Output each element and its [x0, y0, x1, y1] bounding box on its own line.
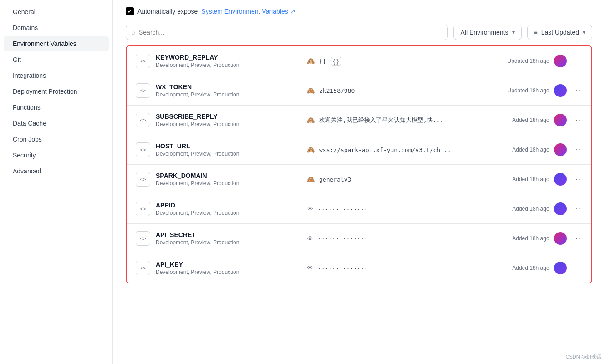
environment-dropdown[interactable]: All Environments ▾ — [453, 25, 521, 40]
env-info: HOST_URL Development, Preview, Productio… — [156, 142, 301, 157]
search-icon: ⌕ — [132, 29, 135, 36]
env-environments: Development, Preview, Production — [156, 239, 301, 246]
code-icon: <> — [136, 142, 150, 157]
env-value-area: 👁·············· — [307, 264, 507, 272]
sidebar-item-domains[interactable]: Domains — [4, 20, 109, 35]
env-info: WX_TOKEN Development, Preview, Productio… — [156, 83, 301, 98]
env-info: API_SECRET Development, Preview, Product… — [156, 231, 301, 246]
main-content: Automatically expose System Environment … — [113, 0, 605, 364]
env-name: HOST_URL — [156, 142, 301, 150]
sort-dropdown-label: Last Updated — [541, 29, 579, 36]
sidebar: GeneralDomainsEnvironment VariablesGitIn… — [0, 0, 113, 364]
avatar — [554, 84, 567, 97]
more-options-button[interactable]: ··· — [571, 233, 582, 244]
env-name: API_KEY — [156, 261, 301, 268]
sidebar-item-data-cache[interactable]: Data Cache — [4, 116, 109, 131]
env-info: KEYWORD_REPLAY Development, Preview, Pro… — [156, 54, 301, 68]
eye-hidden-icon[interactable]: 🙈 — [307, 146, 315, 153]
more-options-button[interactable]: ··· — [571, 114, 582, 126]
sidebar-item-advanced[interactable]: Advanced — [4, 163, 109, 179]
eye-hidden-icon[interactable]: 🙈 — [307, 116, 315, 124]
env-environments: Development, Preview, Production — [156, 62, 301, 68]
env-status: Added 18h ago — [512, 265, 549, 271]
eye-icon[interactable]: 👁 — [307, 235, 313, 242]
env-name: SUBSCRIBE_REPLY — [156, 113, 301, 120]
sort-dropdown[interactable]: ≡ Last Updated ▾ — [527, 25, 592, 40]
env-environments: Development, Preview, Production — [156, 91, 301, 98]
env-value: wss://spark-api.xf-yun.com/v3.1/ch... — [319, 147, 451, 153]
more-options-button[interactable]: ··· — [571, 203, 582, 215]
sidebar-item-deployment-protection[interactable]: Deployment Protection — [4, 84, 109, 99]
environment-dropdown-label: All Environments — [460, 29, 508, 36]
more-options-button[interactable]: ··· — [571, 173, 582, 185]
env-name: SPARK_DOMAIN — [156, 172, 301, 179]
env-info: SUBSCRIBE_REPLY Development, Preview, Pr… — [156, 113, 301, 127]
more-options-button[interactable]: ··· — [571, 262, 582, 274]
system-env-vars-link[interactable]: System Environment Variables ↗ — [201, 8, 295, 15]
avatar — [554, 143, 567, 156]
avatar — [554, 114, 567, 126]
env-info: SPARK_DOMAIN Development, Preview, Produ… — [156, 172, 301, 187]
avatar — [554, 202, 567, 215]
env-status: Added 18h ago — [512, 206, 549, 212]
env-status: Added 18h ago — [512, 176, 549, 182]
eye-icon[interactable]: 👁 — [307, 205, 313, 212]
env-meta: Added 18h ago··· — [512, 232, 582, 245]
env-meta: Added 18h ago··· — [512, 114, 582, 126]
env-meta: Added 18h ago··· — [512, 173, 582, 186]
code-icon: <> — [136, 54, 150, 68]
eye-icon[interactable]: 👁 — [307, 264, 313, 272]
sidebar-item-security[interactable]: Security — [4, 147, 109, 163]
table-row: <>WX_TOKEN Development, Preview, Product… — [127, 76, 591, 106]
env-value-area: 🙈{}{ } — [307, 57, 502, 66]
env-environments: Development, Preview, Production — [156, 180, 301, 187]
search-input[interactable] — [139, 29, 442, 36]
env-environments: Development, Preview, Production — [156, 121, 301, 127]
sidebar-item-environment-variables[interactable]: Environment Variables — [4, 36, 109, 51]
auto-expose-banner: Automatically expose System Environment … — [126, 0, 592, 25]
auto-expose-checkbox[interactable] — [126, 7, 134, 15]
table-row: <>HOST_URL Development, Preview, Product… — [127, 135, 591, 165]
more-options-button[interactable]: ··· — [571, 85, 582, 96]
sidebar-item-git[interactable]: Git — [4, 52, 109, 67]
code-icon: <> — [136, 231, 150, 246]
env-meta: Added 18h ago··· — [512, 202, 582, 215]
env-value: ·············· — [318, 206, 368, 212]
sidebar-item-functions[interactable]: Functions — [4, 100, 109, 115]
sidebar-item-integrations[interactable]: Integrations — [4, 68, 109, 83]
sidebar-item-cron-jobs[interactable]: Cron Jobs — [4, 131, 109, 147]
avatar — [554, 55, 567, 67]
env-name: WX_TOKEN — [156, 83, 301, 91]
eye-hidden-icon[interactable]: 🙈 — [307, 176, 315, 183]
more-options-button[interactable]: ··· — [571, 55, 582, 67]
table-row: <>SUBSCRIBE_REPLY Development, Preview, … — [127, 106, 591, 135]
chevron-down-icon: ▾ — [512, 29, 515, 35]
env-environments: Development, Preview, Production — [156, 151, 301, 157]
code-icon: <> — [136, 172, 150, 187]
env-meta: Added 18h ago··· — [512, 262, 582, 274]
sort-icon: ≡ — [534, 29, 538, 36]
env-status: Added 18h ago — [512, 235, 549, 242]
code-icon: <> — [136, 261, 150, 275]
code-icon: <> — [136, 113, 150, 127]
env-value: generalv3 — [319, 176, 351, 183]
search-box[interactable]: ⌕ — [126, 25, 448, 40]
env-value-area: 👁·············· — [307, 205, 507, 212]
env-meta: Added 18h ago··· — [512, 143, 582, 156]
sidebar-item-general[interactable]: General — [4, 4, 109, 20]
avatar — [554, 173, 567, 186]
env-value-area: 🙈zk21587980 — [307, 87, 502, 94]
auto-expose-label: Automatically expose — [137, 8, 198, 15]
env-name: API_SECRET — [156, 231, 301, 238]
env-value: {} — [319, 58, 326, 65]
code-icon: <> — [136, 202, 150, 216]
env-list-container: <>KEYWORD_REPLAY Development, Preview, P… — [126, 46, 592, 283]
env-name: APPID — [156, 202, 301, 209]
eye-hidden-icon[interactable]: 🙈 — [307, 57, 315, 65]
chevron-down-icon-sort: ▾ — [583, 29, 585, 35]
eye-hidden-icon[interactable]: 🙈 — [307, 87, 315, 94]
env-name: KEYWORD_REPLAY — [156, 54, 301, 61]
braces-icon: { } — [331, 57, 341, 66]
more-options-button[interactable]: ··· — [571, 144, 582, 156]
env-value: zk21587980 — [319, 87, 355, 94]
